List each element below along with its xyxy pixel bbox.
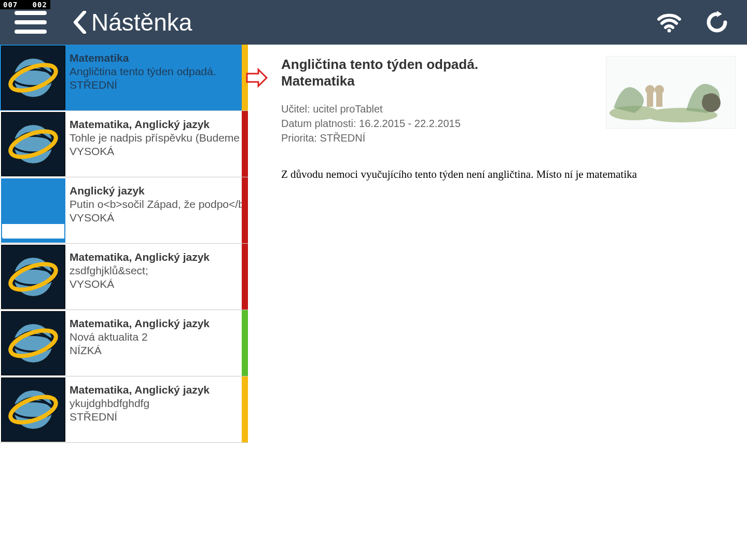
validity-value: 16.2.2015 - 22.2.2015 — [359, 118, 461, 129]
list-title: Anglický jazyk — [70, 185, 239, 197]
list-thumb — [1, 311, 65, 375]
list-subtitle: ykujdghbdfghdfg — [70, 397, 239, 410]
list-priority: VYSOKÁ — [70, 212, 239, 224]
svg-rect-22 — [656, 93, 662, 107]
content-area: Matematika Angličtina tento týden odpadá… — [0, 45, 747, 560]
chevron-left-icon — [73, 11, 87, 34]
posts-list: Matematika Angličtina tento týden odpadá… — [0, 45, 248, 560]
reload-icon[interactable] — [704, 10, 729, 35]
teacher-label: Učitel: — [281, 103, 310, 115]
wifi-icon[interactable] — [657, 10, 682, 35]
list-item[interactable]: Matematika Angličtina tento týden odpadá… — [0, 45, 248, 111]
globe-icon — [7, 384, 59, 436]
book-icon — [1, 178, 65, 243]
status-left: 007 — [3, 1, 18, 9]
list-title: Matematika, Anglický jazyk — [70, 317, 239, 330]
list-body: Matematika, Anglický jazyk Tohle je nadp… — [66, 111, 242, 177]
list-item[interactable]: Matematika, Anglický jazyk Tohle je nadp… — [0, 111, 248, 177]
list-body: Matematika, Anglický jazyk zsdfghjklů&se… — [66, 244, 242, 310]
list-subtitle: Tohle je nadpis příspěvku (Budeme se — [70, 132, 239, 144]
globe-icon — [7, 118, 59, 170]
list-item[interactable]: Matematika, Anglický jazyk ykujdghbdfghd… — [0, 376, 248, 443]
globe-icon — [7, 317, 59, 369]
list-priority: NÍZKÁ — [70, 344, 239, 357]
status-right: 002 — [33, 1, 47, 9]
globe-icon — [7, 52, 59, 104]
jungle-illustration-icon — [608, 61, 733, 123]
list-priority: VYSOKÁ — [70, 278, 239, 290]
hamburger-icon — [15, 20, 47, 24]
priority-stripe — [242, 111, 248, 177]
list-title: Matematika — [70, 52, 239, 64]
detail-panel: Angličtina tento týden odpadá. Matematik… — [248, 45, 747, 560]
svg-point-0 — [668, 29, 671, 33]
list-body: Matematika, Anglický jazyk ykujdghbdfghd… — [66, 376, 242, 442]
status-overlay: 007 002 — [0, 0, 50, 9]
priority-stripe — [242, 244, 248, 310]
teacher-value: ucitel proTablet — [313, 103, 383, 115]
list-item[interactable]: Matematika, Anglický jazyk zsdfghjklů&se… — [0, 244, 248, 310]
list-body: Anglický jazyk Putin o<b>sočil Západ, že… — [66, 177, 242, 243]
priority-label: Priorita: — [281, 132, 317, 144]
list-title: Matematika, Anglický jazyk — [70, 251, 239, 263]
detail-body: Z důvodu nemoci vyučujícího tento týden … — [281, 168, 737, 181]
list-subtitle: Putin o<b>sočil Západ, že podpo</b — [70, 198, 239, 211]
detail-illustration — [606, 56, 736, 129]
app-header: 007 002 Nástěnka — [0, 0, 747, 45]
back-button[interactable]: Nástěnka — [73, 8, 192, 36]
list-title: Matematika, Anglický jazyk — [70, 384, 239, 396]
svg-rect-20 — [647, 93, 653, 107]
validity-label: Datum platnosti: — [281, 118, 356, 129]
list-priority: STŘEDNÍ — [70, 79, 239, 91]
svg-point-19 — [645, 85, 655, 94]
priority-stripe — [242, 177, 248, 243]
priority-value: STŘEDNÍ — [320, 132, 365, 144]
menu-button[interactable] — [15, 6, 47, 38]
list-priority: STŘEDNÍ — [70, 411, 239, 423]
page-title: Nástěnka — [91, 8, 192, 36]
hamburger-icon — [15, 11, 47, 15]
list-item[interactable]: Anglický jazyk Putin o<b>sočil Západ, že… — [0, 177, 248, 244]
list-subtitle: zsdfghjklů&sect; — [70, 264, 239, 277]
priority-stripe — [242, 376, 248, 442]
list-item[interactable]: Matematika, Anglický jazyk Nová aktualit… — [0, 310, 248, 376]
list-title: Matematika, Anglický jazyk — [70, 118, 239, 131]
globe-icon — [7, 251, 59, 303]
list-subtitle: Nová aktualita 2 — [70, 331, 239, 343]
list-thumb — [1, 245, 65, 309]
list-subtitle: Angličtina tento týden odpadá. — [70, 65, 239, 78]
list-thumb — [1, 112, 65, 176]
list-priority: VYSOKÁ — [70, 145, 239, 158]
priority-stripe — [242, 310, 248, 376]
hamburger-icon — [15, 30, 47, 34]
list-body: Matematika Angličtina tento týden odpadá… — [66, 45, 242, 110]
header-actions — [657, 10, 747, 35]
svg-marker-1 — [717, 11, 722, 17]
svg-point-21 — [655, 85, 664, 94]
list-thumb — [1, 46, 65, 110]
svg-point-24 — [703, 94, 711, 103]
list-thumb — [1, 377, 65, 442]
list-body: Matematika, Anglický jazyk Nová aktualit… — [66, 310, 242, 376]
